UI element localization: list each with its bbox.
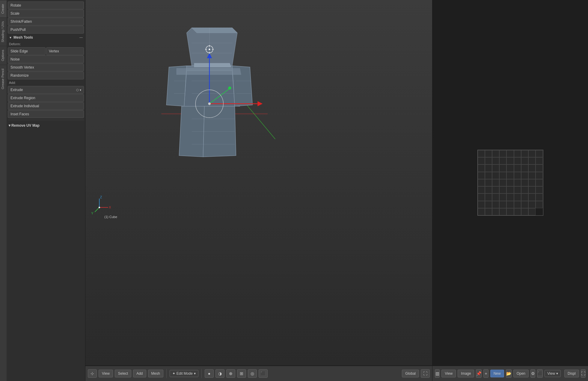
uv-cell bbox=[485, 186, 492, 193]
vertical-tabs: Create Shading / UVs Options Grease Penc… bbox=[0, 0, 7, 381]
svg-marker-26 bbox=[177, 68, 241, 75]
viewport-shading-btn[interactable]: ◑ bbox=[215, 369, 224, 378]
mesh-tools-title: Mesh Tools bbox=[13, 35, 33, 40]
uv-add-icon[interactable]: + bbox=[483, 369, 488, 378]
separator-2 bbox=[201, 369, 202, 378]
uv-cell bbox=[514, 164, 521, 172]
uv-cell bbox=[521, 186, 528, 193]
displ-button[interactable]: Displ bbox=[564, 370, 579, 377]
uv-cell bbox=[492, 157, 499, 164]
open-icon[interactable]: 📂 bbox=[506, 369, 512, 378]
uv-image-button[interactable]: Image bbox=[458, 370, 474, 377]
uv-cell bbox=[506, 172, 514, 179]
uv-cell bbox=[478, 201, 485, 208]
randomize-button[interactable]: Randomize bbox=[8, 72, 84, 79]
uv-cell bbox=[506, 208, 514, 215]
scale-button[interactable]: Scale bbox=[8, 10, 84, 17]
shrink-fatten-button[interactable]: Shrink/Fatten bbox=[8, 18, 84, 25]
uv-cell bbox=[528, 193, 536, 201]
uv-cell bbox=[521, 193, 528, 201]
uv-cell bbox=[485, 193, 492, 201]
uv-cell bbox=[478, 186, 485, 193]
uv-cell bbox=[478, 179, 485, 186]
uv-cell bbox=[536, 186, 543, 193]
svg-line-11 bbox=[237, 142, 240, 202]
uv-cell bbox=[514, 201, 521, 208]
slide-edge-button[interactable]: Slide Edge bbox=[8, 47, 46, 55]
uv-cell bbox=[506, 179, 514, 186]
svg-point-48 bbox=[228, 87, 231, 90]
maximize-btn[interactable]: ⛶ bbox=[421, 369, 430, 378]
mode-selector[interactable]: ✦ Edit Mode ▾ bbox=[170, 370, 198, 377]
viewport-view-button[interactable]: View bbox=[99, 370, 113, 377]
pivot-btn[interactable]: ⊕ bbox=[226, 369, 235, 378]
right-panel: ▥ View Image 📌 + New 📂 Open ⚙ ⬛ View ▾ D… bbox=[432, 0, 588, 381]
uv-cell bbox=[514, 193, 521, 201]
tab-create[interactable]: Create bbox=[0, 0, 7, 17]
uv-cell bbox=[499, 164, 506, 172]
uv-cell bbox=[506, 150, 514, 157]
svg-point-56 bbox=[209, 49, 210, 50]
uv-maximize-btn[interactable]: ⛶ bbox=[581, 369, 586, 378]
deform-row: Slide Edge Vertex bbox=[8, 47, 84, 55]
right-bottom-bar: ▥ View Image 📌 + New 📂 Open ⚙ ⬛ View ▾ D… bbox=[432, 365, 588, 381]
viewport-background: X Z Y (1) Cube bbox=[85, 0, 432, 243]
tab-options[interactable]: Options bbox=[0, 46, 7, 65]
shading-mode-btn[interactable]: ● bbox=[205, 369, 214, 378]
svg-line-59 bbox=[95, 208, 99, 212]
orientation-button[interactable]: Global bbox=[402, 370, 419, 377]
svg-line-12 bbox=[252, 142, 257, 202]
uv-view-button[interactable]: View bbox=[441, 370, 456, 377]
uv-cell bbox=[528, 164, 536, 172]
uv-cell bbox=[478, 150, 485, 157]
uv-cell bbox=[536, 164, 543, 172]
uv-cell bbox=[528, 172, 536, 179]
uv-cell bbox=[521, 157, 528, 164]
uv-view-label: View bbox=[547, 371, 555, 376]
mesh-tools-section-header[interactable]: ▼ Mesh Tools — bbox=[7, 34, 85, 41]
uv-pin-icon[interactable]: 📌 bbox=[476, 369, 482, 378]
extrude-dropdown[interactable]: Extrude ⬡ ▾ bbox=[8, 86, 84, 94]
uv-render-icon[interactable]: ⬛ bbox=[537, 369, 543, 378]
viewport-add-button[interactable]: Add bbox=[133, 370, 146, 377]
open-button[interactable]: Open bbox=[513, 370, 529, 377]
viewport-area: X Z Y (1) Cube ⊹ View Select Add Mesh ✦ … bbox=[85, 0, 432, 381]
viewport-origin-icon[interactable]: ⊹ bbox=[88, 369, 97, 378]
extrude-individual-button[interactable]: Extrude Individual bbox=[8, 102, 84, 110]
uv-editor-icon[interactable]: ▥ bbox=[435, 369, 440, 378]
section-divider bbox=[8, 120, 84, 120]
push-pull-button[interactable]: Push/Pull bbox=[8, 26, 84, 34]
uv-tools-icon[interactable]: ⚙ bbox=[530, 369, 535, 378]
uv-cell bbox=[478, 193, 485, 201]
tab-shading-uvs[interactable]: Shading / UVs bbox=[0, 17, 7, 46]
uv-cell bbox=[492, 193, 499, 201]
uv-sync-btn[interactable]: ⬛ bbox=[259, 369, 268, 378]
uv-view-mode[interactable]: View ▾ bbox=[545, 370, 561, 377]
uv-viewport[interactable] bbox=[432, 0, 588, 365]
mesh-tools-arrow: ▼ bbox=[9, 36, 12, 39]
viewport-3d[interactable]: X Z Y (1) Cube bbox=[85, 0, 432, 365]
smooth-vertex-button[interactable]: Smooth Vertex bbox=[8, 64, 84, 71]
proportional-btn[interactable]: ◎ bbox=[248, 369, 257, 378]
uv-cell bbox=[492, 201, 499, 208]
uv-cell bbox=[485, 179, 492, 186]
noise-button[interactable]: Noise bbox=[8, 55, 84, 63]
uv-cell bbox=[485, 201, 492, 208]
tab-grease-pencil[interactable]: Grease Pencil bbox=[0, 65, 7, 93]
svg-line-13 bbox=[268, 142, 275, 202]
inset-faces-button[interactable]: Inset Faces bbox=[8, 110, 84, 118]
svg-text:X: X bbox=[109, 206, 111, 209]
snap-btn[interactable]: ⊞ bbox=[237, 369, 246, 378]
rotate-button[interactable]: Rotate bbox=[8, 1, 84, 9]
new-button[interactable]: New bbox=[490, 370, 504, 377]
uv-cell bbox=[492, 150, 499, 157]
uv-cell bbox=[506, 201, 514, 208]
uv-cell bbox=[536, 157, 543, 164]
uv-cell bbox=[528, 201, 536, 208]
vertex-button[interactable]: Vertex bbox=[46, 47, 84, 55]
viewport-select-button[interactable]: Select bbox=[115, 370, 131, 377]
remove-uv-header[interactable]: ▼ Remove UV Map bbox=[7, 122, 85, 129]
extrude-region-button[interactable]: Extrude Region bbox=[8, 94, 84, 102]
svg-text:Z: Z bbox=[100, 196, 102, 199]
viewport-mesh-button[interactable]: Mesh bbox=[148, 370, 163, 377]
